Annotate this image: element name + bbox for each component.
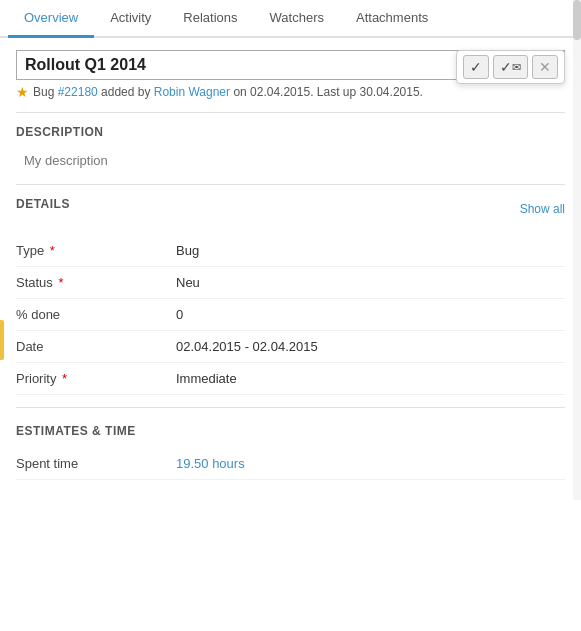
action-buttons-popup: ✓ ✓✉ ✕ xyxy=(456,50,565,84)
detail-label: % done xyxy=(16,307,176,322)
description-header: DESCRIPTION xyxy=(16,125,565,139)
close-icon: ✕ xyxy=(539,59,551,75)
last-update-date: 30.04.2015. xyxy=(356,85,423,99)
detail-value: 0 xyxy=(176,307,183,322)
detail-label: Priority * xyxy=(16,371,176,386)
details-header-row: DETAILS Show all xyxy=(16,197,565,221)
bug-label: Bug xyxy=(33,85,58,99)
detail-value: Neu xyxy=(176,275,200,290)
estimate-value[interactable]: 19.50 hours xyxy=(176,456,245,471)
detail-row: Priority * Immediate xyxy=(16,363,565,395)
estimate-rows: Spent time 19.50 hours xyxy=(16,448,565,480)
added-text: added by xyxy=(98,85,154,99)
required-star: * xyxy=(55,275,64,290)
cancel-button[interactable]: ✕ xyxy=(532,55,558,79)
description-text: My description xyxy=(16,149,565,172)
divider-3 xyxy=(16,407,565,408)
divider-2 xyxy=(16,184,565,185)
required-star: * xyxy=(58,371,67,386)
details-header: DETAILS xyxy=(16,197,70,211)
check-icon: ✓ xyxy=(470,59,482,75)
confirm-button[interactable]: ✓ xyxy=(463,55,489,79)
detail-label: Date xyxy=(16,339,176,354)
star-icon: ★ xyxy=(16,84,29,100)
detail-row: Date 02.04.2015 - 02.04.2015 xyxy=(16,331,565,363)
tab-overview[interactable]: Overview xyxy=(8,0,94,38)
user-link[interactable]: Robin Wagner xyxy=(154,85,230,99)
bug-info-line: ★ Bug #22180 added by Robin Wagner on 02… xyxy=(16,84,565,100)
confirm-email-button[interactable]: ✓✉ xyxy=(493,55,528,79)
detail-row: % done 0 xyxy=(16,299,565,331)
left-accent-bar xyxy=(0,320,4,360)
required-star: * xyxy=(46,243,55,258)
content-area: ✓ ✓✉ ✕ ★ Bug #22180 added by Robin Wagne… xyxy=(0,38,581,500)
detail-value: 02.04.2015 - 02.04.2015 xyxy=(176,339,318,354)
estimates-header: ESTIMATES & TIME xyxy=(16,424,565,438)
tab-bar: Overview Activity Relations Watchers Att… xyxy=(0,0,581,38)
detail-label: Type * xyxy=(16,243,176,258)
tab-relations[interactable]: Relations xyxy=(167,0,253,38)
check-email-icon: ✓ xyxy=(500,59,512,75)
scrollbar-track xyxy=(573,0,581,500)
bug-id-link[interactable]: #22180 xyxy=(58,85,98,99)
detail-label: Status * xyxy=(16,275,176,290)
tab-watchers[interactable]: Watchers xyxy=(254,0,340,38)
estimate-row: Spent time 19.50 hours xyxy=(16,448,565,480)
divider-1 xyxy=(16,112,565,113)
title-row: ✓ ✓✉ ✕ xyxy=(16,50,565,80)
show-all-link[interactable]: Show all xyxy=(520,202,565,216)
date-text: on 02.04.2015. Last up xyxy=(230,85,356,99)
detail-row: Type * Bug xyxy=(16,235,565,267)
detail-value: Immediate xyxy=(176,371,237,386)
estimate-label: Spent time xyxy=(16,456,176,471)
tab-activity[interactable]: Activity xyxy=(94,0,167,38)
detail-row: Status * Neu xyxy=(16,267,565,299)
tab-attachments[interactable]: Attachments xyxy=(340,0,444,38)
email-icon: ✉ xyxy=(512,61,521,74)
detail-rows: Type * Bug Status * Neu % done 0 Date 02… xyxy=(16,235,565,395)
estimates-section: ESTIMATES & TIME Spent time 19.50 hours xyxy=(16,424,565,480)
scrollbar-thumb[interactable] xyxy=(573,0,581,40)
detail-value: Bug xyxy=(176,243,199,258)
